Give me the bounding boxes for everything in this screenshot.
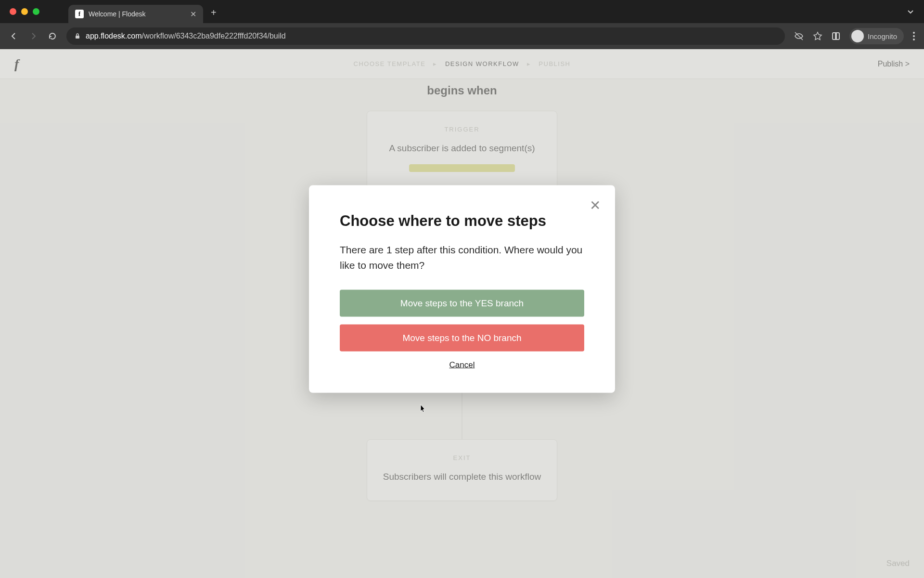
reload-button[interactable] — [47, 31, 58, 41]
tab-bar: f Welcome | Flodesk ✕ + — [0, 0, 924, 23]
svg-rect-2 — [835, 33, 837, 39]
url-field[interactable]: app.flodesk.com/workflow/6343c2ba9dfe222… — [66, 27, 785, 45]
cancel-link[interactable]: Cancel — [449, 360, 475, 369]
url-host: app.flodesk.com — [86, 32, 142, 40]
modal-title: Choose where to move steps — [340, 212, 584, 230]
close-icon[interactable]: ✕ — [590, 199, 601, 212]
svg-rect-0 — [76, 36, 79, 39]
address-bar: app.flodesk.com/workflow/6343c2ba9dfe222… — [0, 23, 924, 49]
incognito-label: Incognito — [868, 32, 897, 40]
incognito-icon — [851, 30, 864, 42]
window-close-button[interactable] — [10, 8, 16, 15]
chevron-down-icon[interactable] — [907, 8, 924, 15]
tab-close-icon[interactable]: ✕ — [190, 10, 196, 19]
menu-kebab-icon[interactable] — [912, 31, 915, 41]
modal-body: There are 1 step after this condition. W… — [340, 242, 584, 273]
tab-title: Welcome | Flodesk — [89, 10, 146, 18]
browser-tab[interactable]: f Welcome | Flodesk ✕ — [68, 5, 203, 23]
svg-point-3 — [913, 32, 915, 34]
extensions-icon[interactable] — [831, 31, 841, 41]
window-controls — [10, 8, 39, 15]
url-path: /workflow/6343c2ba9dfe222fffd20f34/build — [142, 32, 286, 40]
svg-point-5 — [913, 39, 915, 40]
forward-button[interactable] — [28, 31, 38, 41]
back-button[interactable] — [9, 31, 19, 41]
window-minimize-button[interactable] — [21, 8, 28, 15]
svg-point-4 — [913, 35, 915, 37]
incognito-badge[interactable]: Incognito — [849, 28, 904, 44]
move-steps-modal: ✕ Choose where to move steps There are 1… — [309, 185, 615, 393]
bookmark-star-icon[interactable] — [813, 31, 822, 41]
tab-favicon-icon: f — [75, 10, 84, 18]
browser-chrome: f Welcome | Flodesk ✕ + app.flodesk.com/… — [0, 0, 924, 49]
new-tab-button[interactable]: + — [211, 7, 217, 18]
move-no-button[interactable]: Move steps to the NO branch — [340, 325, 584, 352]
window-maximize-button[interactable] — [33, 8, 39, 15]
move-yes-button[interactable]: Move steps to the YES branch — [340, 290, 584, 317]
eye-off-icon[interactable] — [794, 31, 804, 41]
lock-icon — [74, 33, 81, 39]
